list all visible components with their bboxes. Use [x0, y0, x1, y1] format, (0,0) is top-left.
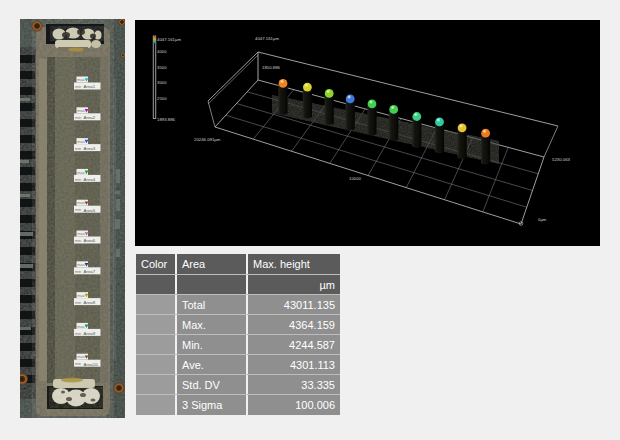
- svg-text:min: min: [75, 361, 81, 366]
- svg-text:min: min: [75, 238, 81, 243]
- svg-text:max: max: [77, 139, 84, 144]
- svg-text:20246.091µm: 20246.091µm: [194, 137, 221, 142]
- svg-text:max: max: [77, 231, 84, 236]
- svg-text:Area7: Area7: [84, 269, 96, 274]
- svg-text:max: max: [77, 293, 84, 298]
- svg-text:0µm: 0µm: [538, 217, 547, 222]
- svg-text:2500: 2500: [157, 96, 167, 101]
- svg-text:max: max: [77, 200, 84, 205]
- svg-text:max: max: [77, 354, 84, 359]
- svg-text:5230.063: 5230.063: [552, 157, 571, 162]
- svg-text:min: min: [75, 331, 81, 336]
- svg-text:Area8: Area8: [84, 300, 96, 305]
- svg-text:Area5: Area5: [84, 208, 96, 213]
- svg-text:1893.886: 1893.886: [157, 117, 176, 122]
- svg-text:4047.161µm: 4047.161µm: [255, 36, 279, 41]
- svg-text:Area6: Area6: [84, 238, 96, 243]
- svg-text:Area10: Area10: [84, 362, 99, 367]
- svg-text:max: max: [77, 170, 84, 175]
- svg-text:3000: 3000: [157, 80, 167, 85]
- svg-text:min: min: [75, 269, 81, 274]
- svg-text:max: max: [77, 262, 84, 267]
- svg-text:max: max: [77, 324, 84, 329]
- svg-text:min: min: [75, 207, 81, 212]
- svg-text:1850.886: 1850.886: [262, 65, 281, 70]
- svg-text:min: min: [75, 177, 81, 182]
- svg-text:min: min: [75, 300, 81, 305]
- svg-text:min: min: [75, 146, 81, 151]
- svg-text:4000: 4000: [157, 49, 167, 54]
- svg-text:min: min: [75, 84, 81, 89]
- svg-text:Area4: Area4: [84, 177, 96, 182]
- svg-text:max: max: [77, 77, 84, 82]
- svg-text:4047.161µm: 4047.161µm: [157, 37, 181, 42]
- svg-text:Area3: Area3: [84, 146, 96, 151]
- svg-text:Area2: Area2: [84, 115, 96, 120]
- svg-text:3500: 3500: [157, 65, 167, 70]
- svg-text:Area9: Area9: [84, 331, 96, 336]
- svg-text:max: max: [77, 108, 84, 113]
- svg-text:min: min: [75, 115, 81, 120]
- svg-text:Area1: Area1: [84, 84, 96, 89]
- svg-text:10000: 10000: [349, 176, 362, 181]
